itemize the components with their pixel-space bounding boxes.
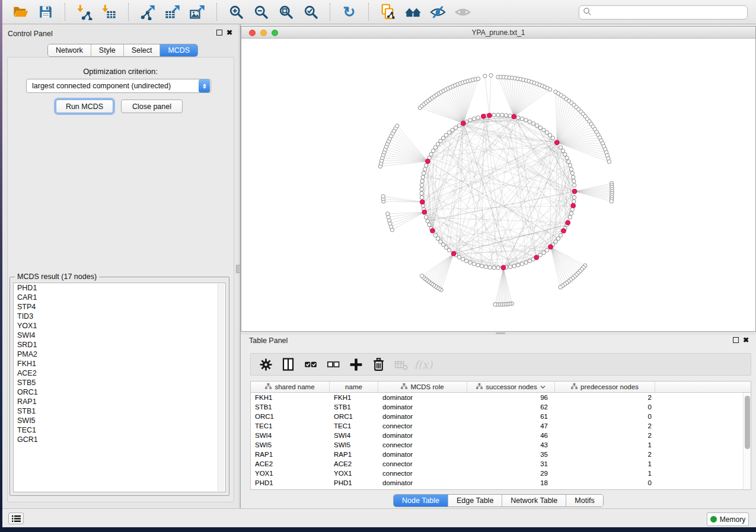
show-all-icon[interactable]	[453, 2, 472, 21]
network-node[interactable]	[472, 117, 476, 120]
tab-network[interactable]: Network	[48, 44, 91, 56]
network-node[interactable]	[381, 194, 385, 198]
network-node[interactable]	[512, 264, 516, 268]
mcds-result-item[interactable]: SWI4	[14, 331, 225, 340]
column-header-name[interactable]: name	[330, 382, 378, 392]
import-table-icon[interactable]	[100, 2, 119, 21]
network-node[interactable]	[572, 196, 576, 199]
export-network-icon[interactable]	[138, 2, 157, 21]
table-row[interactable]: SWI4SWI4dominator462	[251, 431, 751, 440]
network-node[interactable]	[492, 266, 496, 270]
mcds-result-item[interactable]: PMA2	[14, 350, 225, 359]
mcds-hub-node[interactable]	[548, 245, 553, 249]
mcds-result-item[interactable]: FKH1	[14, 359, 225, 368]
network-node[interactable]	[520, 262, 524, 265]
criterion-dropdown[interactable]: largest connected component (undirected)	[26, 79, 211, 93]
mcds-hub-node[interactable]	[562, 229, 566, 233]
network-node[interactable]	[423, 168, 426, 171]
table-settings-icon[interactable]	[256, 355, 276, 373]
tab-node-table[interactable]: Node Table	[394, 495, 448, 507]
tab-mcds[interactable]: MCDS	[160, 44, 197, 56]
tab-network-table[interactable]: Network Table	[502, 495, 566, 507]
network-node[interactable]	[565, 156, 569, 159]
mcds-result-item[interactable]: ACE2	[14, 368, 225, 378]
network-node[interactable]	[545, 248, 548, 252]
mcds-result-list[interactable]: PHD1CAR1STP4TID3YOX1SWI4SRD1PMA2FKH1ACE2…	[13, 283, 226, 492]
network-node[interactable]	[492, 113, 496, 117]
network-node[interactable]	[457, 255, 461, 259]
network-node[interactable]	[439, 139, 442, 143]
network-node[interactable]	[420, 191, 423, 195]
network-node[interactable]	[563, 152, 567, 156]
network-node[interactable]	[431, 149, 435, 152]
run-mcds-button[interactable]: Run MCDS	[56, 100, 113, 113]
add-row-icon[interactable]	[346, 355, 366, 373]
network-node[interactable]	[528, 259, 531, 262]
network-node[interactable]	[420, 187, 423, 191]
network-node[interactable]	[572, 200, 576, 203]
delete-row-icon[interactable]	[368, 355, 388, 373]
network-node[interactable]	[447, 248, 451, 252]
network-node[interactable]	[420, 180, 424, 183]
mcds-hub-node[interactable]	[481, 114, 486, 118]
network-node[interactable]	[457, 124, 461, 127]
mcds-hub-node[interactable]	[430, 229, 435, 233]
mcds-result-item[interactable]: SWI5	[14, 416, 225, 425]
network-node[interactable]	[444, 246, 448, 249]
network-node[interactable]	[424, 164, 428, 167]
network-node[interactable]	[420, 274, 423, 277]
table-row[interactable]: SWI5SWI5connector431	[251, 440, 751, 450]
network-node[interactable]	[441, 136, 445, 140]
mcds-hub-node[interactable]	[566, 220, 570, 225]
tab-motifs[interactable]: Motifs	[566, 495, 602, 507]
horizontal-splitter-grip[interactable]	[496, 332, 505, 334]
mcds-hub-node[interactable]	[420, 200, 425, 204]
network-node[interactable]	[424, 216, 428, 219]
table-row[interactable]: YOX1YOX1connector291	[251, 469, 751, 478]
column-header-MCDS-role[interactable]: MCDS role	[378, 382, 467, 392]
mcds-result-item[interactable]: CAR1	[14, 293, 225, 302]
network-node[interactable]	[561, 149, 564, 152]
table-row[interactable]: ACE2ACE2connector311	[251, 459, 751, 469]
column-header-shared-name[interactable]: shared name	[251, 382, 330, 392]
network-node[interactable]	[554, 240, 557, 243]
network-node[interactable]	[572, 175, 575, 179]
network-node[interactable]	[572, 184, 576, 187]
mcds-result-item[interactable]: ORC1	[14, 387, 225, 397]
close-table-panel-icon[interactable]: ✖	[743, 337, 749, 343]
column-visibility-icon[interactable]	[278, 355, 298, 373]
network-node[interactable]	[476, 263, 480, 267]
network-node[interactable]	[496, 113, 500, 117]
network-node[interactable]	[496, 266, 500, 270]
network-node[interactable]	[542, 128, 546, 132]
network-node[interactable]	[508, 265, 512, 268]
table-row[interactable]: TEC1TEC1connector472	[251, 421, 751, 431]
refresh-view-icon[interactable]: ↻	[340, 2, 359, 21]
mcds-hub-node[interactable]	[571, 203, 576, 208]
network-node[interactable]	[476, 116, 480, 119]
network-node[interactable]	[489, 73, 493, 77]
mcds-hub-node[interactable]	[487, 113, 492, 118]
mcds-hub-node[interactable]	[461, 121, 466, 126]
network-node[interactable]	[433, 233, 437, 237]
select-all-rows-icon[interactable]	[301, 355, 321, 373]
network-node[interactable]	[395, 124, 399, 127]
column-header-successor-nodes[interactable]: successor nodes	[467, 382, 555, 392]
network-node[interactable]	[483, 74, 487, 78]
network-node[interactable]	[500, 113, 504, 117]
save-session-icon[interactable]	[36, 2, 55, 21]
network-node[interactable]	[464, 259, 468, 262]
export-table-icon[interactable]	[163, 2, 182, 21]
network-node[interactable]	[607, 160, 611, 164]
mcds-result-item[interactable]: PHD1	[14, 283, 225, 293]
network-node[interactable]	[447, 130, 451, 134]
mcds-list-scrollbar[interactable]	[218, 284, 225, 491]
network-node[interactable]	[559, 233, 562, 237]
network-node[interactable]	[468, 261, 472, 264]
table-row[interactable]: RAP1RAP1dominator352	[251, 450, 751, 459]
tab-style[interactable]: Style	[91, 44, 124, 56]
mcds-hub-node[interactable]	[572, 189, 577, 194]
mcds-result-item[interactable]: GCR1	[14, 435, 225, 444]
network-view[interactable]	[241, 39, 755, 331]
network-node[interactable]	[461, 257, 464, 261]
